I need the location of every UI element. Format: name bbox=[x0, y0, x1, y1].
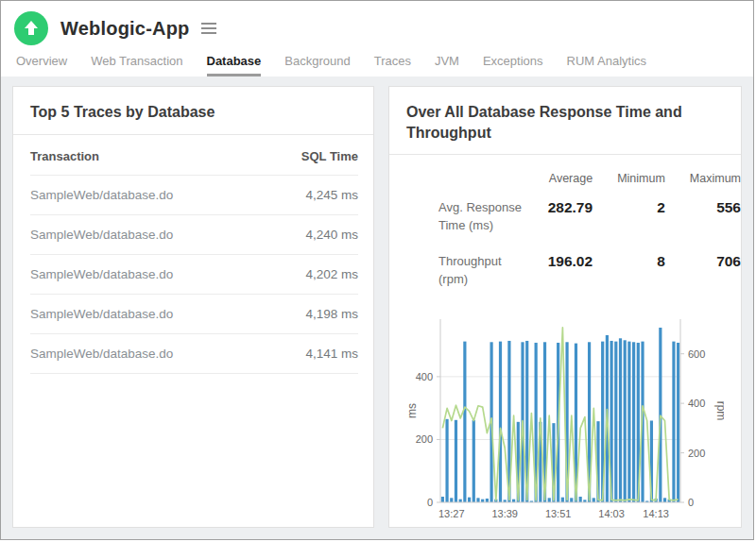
table-row[interactable]: SampleWeb/database.do4,198 ms bbox=[30, 294, 358, 333]
table-row[interactable]: SampleWeb/database.do4,240 ms bbox=[30, 214, 358, 254]
svg-text:200: 200 bbox=[688, 447, 705, 458]
stats-table: Average Minimum Maximum Avg. Response Ti… bbox=[438, 168, 741, 301]
dashboard-content: Top 5 Traces by Database Transaction SQL… bbox=[1, 76, 753, 539]
sql-time-value: 4,202 ms bbox=[265, 254, 358, 294]
svg-text:13:51: 13:51 bbox=[545, 508, 572, 519]
response-throughput-chart[interactable]: 0200400020040060013:2713:3913:5114:0314:… bbox=[389, 302, 741, 528]
traces-panel-title: Top 5 Traces by Database bbox=[13, 87, 373, 134]
transaction-name[interactable]: SampleWeb/database.do bbox=[30, 175, 265, 214]
stats-summary: Average Minimum Maximum Avg. Response Ti… bbox=[389, 155, 741, 301]
stat-maximum: 706 bbox=[665, 248, 741, 302]
hamburger-icon[interactable] bbox=[198, 20, 219, 37]
svg-text:14:03: 14:03 bbox=[598, 508, 625, 519]
app-header: Weblogic-App bbox=[1, 1, 753, 50]
stat-average: 196.02 bbox=[524, 248, 593, 302]
app-title: Weblogic-App bbox=[60, 18, 189, 40]
svg-text:200: 200 bbox=[416, 433, 433, 445]
stats-row: Avg. Response Time (ms)282.792556 bbox=[438, 195, 741, 248]
svg-text:13:27: 13:27 bbox=[438, 508, 465, 519]
svg-text:rpm: rpm bbox=[714, 400, 724, 420]
stat-minimum: 8 bbox=[593, 248, 665, 302]
column-header-transaction: Transaction bbox=[30, 135, 265, 176]
table-row[interactable]: SampleWeb/database.do4,202 ms bbox=[30, 254, 358, 294]
stats-header-maximum: Maximum bbox=[665, 168, 741, 195]
overall-panel-title: Over All Database Response Time and Thro… bbox=[389, 87, 741, 154]
column-header-sql-time: SQL Time bbox=[265, 135, 358, 176]
tab-database[interactable]: Database bbox=[207, 54, 262, 76]
sql-time-value: 4,240 ms bbox=[265, 214, 358, 254]
svg-text:14:13: 14:13 bbox=[643, 508, 669, 519]
tab-exceptions[interactable]: Exceptions bbox=[483, 54, 543, 76]
svg-text:0: 0 bbox=[688, 497, 694, 508]
arrow-up-icon bbox=[14, 11, 48, 45]
transaction-name[interactable]: SampleWeb/database.do bbox=[30, 333, 265, 373]
transaction-name[interactable]: SampleWeb/database.do bbox=[30, 214, 265, 254]
table-row[interactable]: SampleWeb/database.do4,245 ms bbox=[30, 175, 358, 214]
tab-web-transaction[interactable]: Web Transaction bbox=[91, 54, 182, 76]
tab-rum-analytics[interactable]: RUM Analytics bbox=[567, 54, 647, 76]
sql-time-value: 4,245 ms bbox=[265, 175, 358, 214]
stat-average: 282.79 bbox=[524, 195, 593, 248]
traces-panel: Top 5 Traces by Database Transaction SQL… bbox=[12, 86, 374, 528]
tab-jvm[interactable]: JVM bbox=[435, 54, 459, 76]
stats-header-average: Average bbox=[524, 168, 593, 195]
table-row[interactable]: SampleWeb/database.do4,141 ms bbox=[30, 333, 358, 373]
stat-maximum: 556 bbox=[665, 195, 741, 248]
svg-text:ms: ms bbox=[405, 403, 419, 418]
sql-time-value: 4,141 ms bbox=[265, 333, 358, 373]
transaction-name[interactable]: SampleWeb/database.do bbox=[30, 294, 265, 333]
svg-text:0: 0 bbox=[427, 497, 433, 508]
transaction-name[interactable]: SampleWeb/database.do bbox=[30, 254, 265, 294]
svg-text:13:39: 13:39 bbox=[491, 508, 518, 519]
app-window: Weblogic-App OverviewWeb TransactionData… bbox=[0, 0, 754, 540]
tab-overview[interactable]: Overview bbox=[16, 54, 67, 76]
tab-bar: OverviewWeb TransactionDatabaseBackgroun… bbox=[1, 50, 753, 76]
stats-row-label: Throughput (rpm) bbox=[438, 248, 524, 302]
overall-panel: Over All Database Response Time and Thro… bbox=[388, 86, 742, 528]
stat-minimum: 2 bbox=[593, 195, 665, 248]
stats-row: Throughput (rpm)196.028706 bbox=[438, 248, 741, 302]
tab-traces[interactable]: Traces bbox=[374, 54, 411, 76]
svg-text:600: 600 bbox=[688, 347, 705, 359]
svg-text:400: 400 bbox=[416, 370, 433, 381]
traces-table: Transaction SQL Time SampleWeb/database.… bbox=[30, 135, 358, 374]
sql-time-value: 4,198 ms bbox=[265, 294, 358, 333]
stats-row-label: Avg. Response Time (ms) bbox=[438, 195, 524, 248]
svg-text:400: 400 bbox=[688, 398, 705, 409]
stats-header-minimum: Minimum bbox=[593, 168, 665, 195]
tab-background[interactable]: Background bbox=[284, 54, 350, 76]
